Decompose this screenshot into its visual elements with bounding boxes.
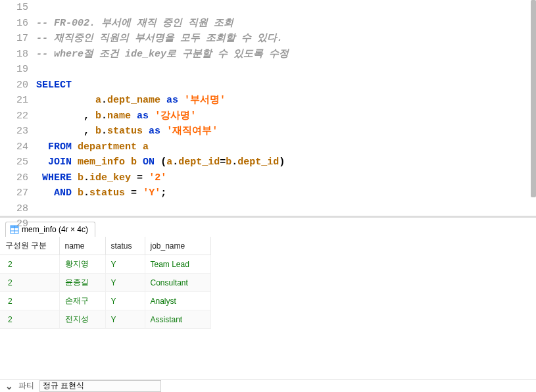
code-area[interactable]: -- FR-002. 부서에 재직 중인 직원 조회-- 재직중인 직원의 부서… (36, 0, 536, 216)
code-line[interactable]: -- where절 조건 ide_key로 구분할 수 있도록 수정 (36, 47, 536, 62)
cell[interactable]: Consultant (145, 274, 210, 292)
cell[interactable]: 전지성 (59, 310, 105, 329)
code-line[interactable]: FROM department a (36, 139, 536, 155)
line-number: 18 (0, 47, 36, 62)
code-line[interactable]: SELECT (36, 78, 536, 93)
code-line[interactable]: JOIN mem_info b ON (a.dept_id=b.dept_id) (36, 155, 536, 170)
cell[interactable]: 2 (0, 255, 59, 274)
column-header[interactable]: status (105, 237, 145, 255)
code-line[interactable]: AND b.status = 'Y'; (36, 185, 536, 201)
table-row[interactable]: 2전지성YAssistant (0, 310, 210, 329)
cell[interactable]: 황지영 (59, 255, 105, 274)
chevron-down-icon[interactable]: ⌄ (5, 381, 13, 391)
code-line[interactable] (36, 201, 536, 216)
cell[interactable]: Assistant (145, 310, 210, 329)
code-line[interactable] (36, 0, 536, 16)
cell[interactable]: Y (105, 255, 145, 274)
code-line[interactable]: -- FR-002. 부서에 재직 중인 직원 조회 (36, 16, 536, 32)
line-number: 28 (0, 201, 36, 217)
code-line[interactable] (36, 62, 536, 78)
line-number: 22 (0, 109, 36, 124)
cell[interactable]: 2 (0, 310, 59, 329)
line-number: 27 (0, 185, 36, 201)
line-number: 16 (0, 16, 36, 32)
vertical-scrollbar[interactable] (531, 0, 536, 197)
code-line[interactable]: , b.name as '강사명' (36, 109, 536, 124)
line-number: 25 (0, 155, 36, 170)
line-number: 15 (0, 0, 36, 16)
line-number: 20 (0, 78, 36, 93)
table-row[interactable]: 2윤종길YConsultant (0, 274, 210, 292)
line-number: 23 (0, 124, 36, 139)
cell[interactable]: 2 (0, 292, 59, 310)
code-line[interactable]: , b.status as '재직여부' (36, 124, 536, 139)
grid-header-row: 구성원 구분namestatusjob_name (0, 237, 210, 255)
cell[interactable]: 2 (0, 274, 59, 292)
results-tab-bar: mem_info (4r × 4c) (0, 217, 536, 237)
status-input[interactable] (39, 380, 161, 392)
code-line[interactable]: a.dept_name as '부서명' (36, 93, 536, 109)
cell[interactable]: Analyst (145, 292, 210, 310)
line-number: 17 (0, 31, 36, 47)
code-line[interactable]: -- 재직중인 직원의 부서명을 모두 조회할 수 있다. (36, 31, 536, 47)
cell[interactable]: Team Lead (145, 255, 210, 274)
results-grid[interactable]: 구성원 구분namestatusjob_name 2황지영YTeam Lead2… (0, 237, 211, 329)
results-panel: mem_info (4r × 4c) 구성원 구분namestatusjob_n… (0, 217, 536, 384)
cell[interactable]: 손재구 (59, 292, 105, 310)
column-header[interactable]: job_name (145, 237, 210, 255)
cell[interactable]: Y (105, 274, 145, 292)
status-bar: ⌄ 파티 (0, 379, 536, 392)
table-row[interactable]: 2황지영YTeam Lead (0, 255, 210, 274)
cell[interactable]: 윤종길 (59, 274, 105, 292)
line-number: 29 (0, 216, 36, 232)
line-number: 19 (0, 62, 36, 78)
line-number: 24 (0, 139, 36, 155)
code-line[interactable]: WHERE b.ide_key = '2' (36, 170, 536, 186)
column-header[interactable]: name (59, 237, 105, 255)
grid-body: 2황지영YTeam Lead2윤종길YConsultant2손재구YAnalys… (0, 255, 210, 329)
column-header[interactable]: 구성원 구분 (0, 237, 59, 255)
cell[interactable]: Y (105, 292, 145, 310)
sql-editor[interactable]: 151617181920212223242526272829 -- FR-002… (0, 0, 536, 217)
status-label: 파티 (18, 380, 34, 391)
line-gutter: 151617181920212223242526272829 (0, 0, 36, 216)
line-number: 26 (0, 170, 36, 186)
table-row[interactable]: 2손재구YAnalyst (0, 292, 210, 310)
cell[interactable]: Y (105, 310, 145, 329)
line-number: 21 (0, 93, 36, 109)
